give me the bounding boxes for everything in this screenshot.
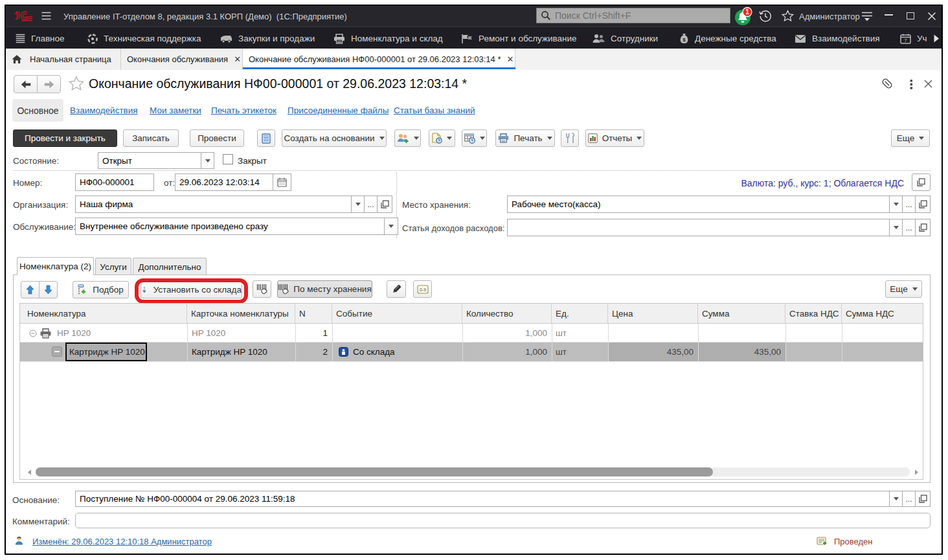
svg-text:0-9: 0-9 [419,287,425,292]
